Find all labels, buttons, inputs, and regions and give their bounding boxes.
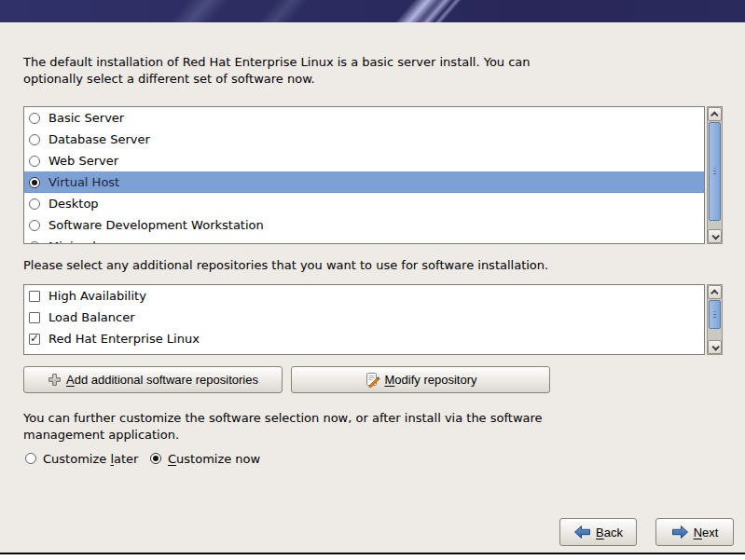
chevron-down-icon: [711, 343, 719, 350]
customize-now-label: Customize now: [168, 452, 260, 466]
chevron-up-icon: [711, 289, 718, 296]
radio-selected-icon: [29, 177, 40, 188]
banner-streak: [248, 0, 315, 22]
group-option-desktop[interactable]: Desktop: [24, 193, 704, 214]
group-option-label: Basic Server: [48, 111, 124, 125]
next-label: Next: [694, 526, 719, 540]
checkbox-icon[interactable]: [29, 291, 40, 302]
scrollbar-thumb[interactable]: [709, 122, 721, 221]
repository-list: High Availability Load Balancer Red Hat …: [23, 284, 705, 355]
scroll-up-button[interactable]: [708, 107, 722, 121]
back-arrow-icon: [573, 525, 591, 540]
modify-repository-label: Modify repository: [385, 373, 477, 387]
intro-line-1: The default installation of Red Hat Ente…: [23, 54, 531, 71]
radio-icon: [29, 156, 40, 167]
next-button[interactable]: Next: [655, 518, 734, 546]
add-repositories-button[interactable]: Add additional software repositories: [23, 366, 283, 393]
intro-text: The default installation of Red Hat Ente…: [23, 54, 531, 88]
customize-line-2: management application.: [23, 427, 543, 444]
scroll-down-button[interactable]: [708, 229, 722, 243]
radio-icon: [29, 241, 40, 245]
next-arrow-icon: [671, 525, 689, 540]
header-banner: [0, 0, 745, 22]
repo-option-label: Load Balancer: [48, 310, 135, 324]
bottom-strip: [0, 554, 745, 560]
back-label: Back: [596, 526, 623, 540]
back-button[interactable]: Back: [559, 518, 637, 546]
repo-option-load-balancer[interactable]: Load Balancer: [24, 307, 704, 328]
group-option-basic-server[interactable]: Basic Server: [24, 107, 704, 129]
group-option-minimal[interactable]: Minimal: [24, 236, 704, 244]
installer-window: The default installation of Red Hat Ente…: [0, 0, 745, 560]
edit-document-icon: [365, 372, 380, 388]
group-option-label: Web Server: [48, 154, 118, 168]
group-option-virtual-host[interactable]: Virtual Host: [24, 171, 704, 193]
radio-icon: [29, 113, 40, 124]
group-option-label: Virtual Host: [48, 175, 119, 189]
group-option-label: Desktop: [48, 197, 99, 211]
scrollbar-thumb[interactable]: [709, 300, 721, 329]
checkbox-icon[interactable]: [29, 355, 40, 356]
scroll-down-button[interactable]: [708, 340, 722, 354]
customize-later-option[interactable]: Customize later: [25, 452, 138, 465]
customize-later-label: Customize later: [43, 452, 138, 466]
radio-icon: [29, 198, 40, 210]
banner-streak: [159, 0, 236, 22]
repo-option-label: Red Hat Enterprise Linux: [48, 332, 200, 346]
modify-repository-button[interactable]: Modify repository: [291, 366, 550, 393]
radio-icon[interactable]: [25, 453, 36, 464]
chevron-up-icon: [711, 111, 718, 118]
scroll-up-button[interactable]: [708, 285, 722, 299]
customize-line-1: You can further customize the software s…: [23, 410, 543, 427]
add-repositories-label: Add additional software repositories: [66, 373, 258, 387]
group-option-label: Software Development Workstation: [48, 218, 264, 232]
group-option-software-dev-workstation[interactable]: Software Development Workstation: [24, 214, 704, 236]
repo-option-high-availability[interactable]: High Availability: [24, 285, 704, 307]
group-option-database-server[interactable]: Database Server: [24, 129, 704, 150]
customize-now-option[interactable]: Customize now: [150, 452, 260, 465]
software-group-list: Basic Server Database Server Web Server …: [23, 106, 705, 244]
chevron-down-icon: [711, 232, 719, 239]
repo-list-scrollbar[interactable]: [707, 284, 723, 355]
repo-option-label: High Availability: [48, 289, 146, 303]
group-list-scrollbar[interactable]: [707, 106, 723, 244]
repo-option-rhel[interactable]: Red Hat Enterprise Linux: [24, 328, 704, 349]
repo-option-resilient-storage[interactable]: Resilient Storage: [24, 349, 704, 355]
group-option-label: Minimal: [48, 239, 96, 244]
repo-intro-text: Please select any additional repositorie…: [23, 257, 548, 274]
radio-icon: [29, 220, 40, 231]
repo-option-label: Resilient Storage: [48, 353, 151, 355]
group-option-label: Database Server: [48, 132, 150, 146]
radio-selected-icon[interactable]: [150, 453, 161, 464]
group-option-web-server[interactable]: Web Server: [24, 150, 704, 171]
checkbox-checked-icon[interactable]: [29, 334, 40, 345]
customize-text: You can further customize the software s…: [23, 410, 543, 444]
intro-line-2: optionally select a different set of sof…: [23, 71, 531, 88]
add-plus-icon: [48, 373, 62, 387]
checkbox-icon[interactable]: [29, 312, 40, 323]
radio-icon: [29, 134, 40, 145]
